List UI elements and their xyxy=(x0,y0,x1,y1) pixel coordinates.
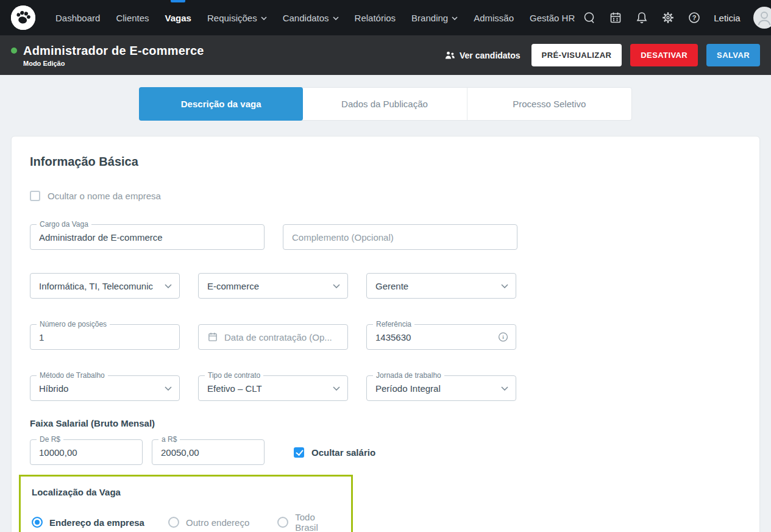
nav-item-dashboard[interactable]: Dashboard xyxy=(48,0,108,35)
svg-text:i: i xyxy=(502,334,504,340)
page-title: Administrador de E-commerce xyxy=(23,44,204,58)
radio-button[interactable] xyxy=(277,517,288,528)
tab-descricao-da-vaga[interactable]: Descrição da vaga xyxy=(139,87,303,121)
salario-de-field[interactable]: De R$ xyxy=(30,439,143,465)
area-select[interactable]: Informática, TI, Telecomunic xyxy=(30,273,180,299)
salario-ate-field[interactable]: a R$ xyxy=(152,439,265,465)
tab-dados-da-publicacao[interactable]: Dados da Publicação xyxy=(302,88,467,120)
radio-outro-endereco[interactable]: Outro endereço xyxy=(168,517,277,528)
localizacao-title: Localização da Vaga xyxy=(32,487,340,497)
radio-endereco-da-empresa[interactable]: Endereço da empresa xyxy=(32,517,168,528)
complemento-field[interactable] xyxy=(283,224,517,250)
referencia-field[interactable]: Referência i xyxy=(366,324,516,350)
calendar-icon xyxy=(207,332,218,342)
faixa-salarial-title: Faixa Salarial (Bruto Mensal) xyxy=(30,418,741,428)
chevron-down-icon xyxy=(501,284,508,288)
hide-company-checkbox-row[interactable]: Ocultar o nome da empresa xyxy=(30,191,741,201)
salario-ate-input[interactable] xyxy=(152,440,264,464)
edit-mode-label: Modo Edição xyxy=(23,60,204,67)
avatar[interactable] xyxy=(753,7,771,29)
nivel-select[interactable]: Gerente xyxy=(366,273,516,299)
tab-processo-seletivo[interactable]: Processo Seletivo xyxy=(467,88,631,120)
status-dot xyxy=(11,48,17,54)
complemento-input[interactable] xyxy=(283,225,517,249)
chevron-down-icon xyxy=(333,386,340,391)
job-title-bar: Administrador de E-commerce Modo Edição … xyxy=(0,35,771,75)
ocultar-salario-checkbox-row[interactable]: Ocultar salário xyxy=(294,439,375,465)
chevron-down-icon xyxy=(165,284,172,288)
tabs-row: Descrição da vaga Dados da Publicação Pr… xyxy=(0,87,771,121)
top-navbar: Dashboard Clientes Vagas Requisições Can… xyxy=(0,0,771,35)
metodo-trabalho-select[interactable]: Método de Trabalho Híbrido xyxy=(30,375,180,401)
tipo-contrato-select[interactable]: Tipo de contrato Efetivo – CLT xyxy=(198,375,348,401)
numero-posicoes-field[interactable]: Número de posições xyxy=(30,324,180,350)
svg-text:?: ? xyxy=(692,14,697,21)
radio-button[interactable] xyxy=(168,517,179,528)
section-title: Informação Básica xyxy=(30,155,741,169)
user-name: Leticia xyxy=(714,13,740,23)
cargo-da-vaga-label: Cargo da Vaga xyxy=(37,220,91,229)
chevron-down-icon xyxy=(165,386,172,391)
chevron-down-icon xyxy=(501,386,508,391)
save-button[interactable]: SALVAR xyxy=(706,44,760,66)
chevron-down-icon xyxy=(333,284,340,288)
chevron-down-icon xyxy=(333,16,339,20)
calendar-icon[interactable] xyxy=(609,11,622,24)
paw-logo[interactable] xyxy=(11,5,35,30)
cargo-da-vaga-field[interactable]: Cargo da Vaga xyxy=(30,224,265,250)
hide-company-checkbox[interactable] xyxy=(30,191,40,201)
chat-icon[interactable] xyxy=(583,11,596,24)
referencia-input[interactable] xyxy=(367,325,516,349)
title-actions: Ver candidatos PRÉ-VISUALIZAR DESATIVAR … xyxy=(445,44,760,66)
job-form-card: Informação Básica Ocultar o nome da empr… xyxy=(11,136,760,532)
data-contratacao-field[interactable]: Data de contratação (Op... xyxy=(198,324,348,350)
main-nav: Dashboard Clientes Vagas Requisições Can… xyxy=(48,0,583,35)
ocultar-salario-checkbox[interactable] xyxy=(294,447,304,458)
nav-item-relatorios[interactable]: Relatórios xyxy=(347,0,404,35)
nav-item-clientes[interactable]: Clientes xyxy=(108,0,157,35)
radio-todo-brasil[interactable]: Todo Brasil xyxy=(277,512,340,532)
nav-item-vagas[interactable]: Vagas xyxy=(157,0,199,35)
nav-item-admissao[interactable]: Admissão xyxy=(466,0,522,35)
info-icon[interactable]: i xyxy=(498,332,508,342)
chevron-down-icon xyxy=(261,16,267,20)
jornada-trabalho-select[interactable]: Jornada de trabalho Período Integral xyxy=(366,375,516,401)
nav-item-candidatos[interactable]: Candidatos xyxy=(275,0,347,35)
people-icon xyxy=(445,51,455,60)
ver-candidatos-button[interactable]: Ver candidatos xyxy=(445,51,521,60)
preview-button[interactable]: PRÉ-VISUALIZAR xyxy=(531,44,622,66)
gear-icon[interactable] xyxy=(661,11,675,24)
salario-de-input[interactable] xyxy=(30,440,142,464)
deactivate-button[interactable]: DESATIVAR xyxy=(630,44,698,66)
nav-right: ? Leticia PT xyxy=(583,7,771,29)
paw-icon xyxy=(11,5,35,30)
cargo-da-vaga-input[interactable] xyxy=(30,225,264,249)
nav-item-branding[interactable]: Branding xyxy=(403,0,466,35)
numero-posicoes-input[interactable] xyxy=(30,325,179,349)
chevron-down-icon xyxy=(452,16,458,20)
subarea-select[interactable]: E-commerce xyxy=(198,273,348,299)
nav-item-gestao-hr[interactable]: Gestão HR xyxy=(522,0,583,35)
help-icon[interactable]: ? xyxy=(688,11,701,24)
bell-icon[interactable] xyxy=(635,11,648,24)
localizacao-highlight-box: Localização da Vaga Endereço da empresa … xyxy=(19,475,353,532)
radio-button[interactable] xyxy=(32,517,43,528)
data-contratacao-placeholder: Data de contratação (Op... xyxy=(224,332,332,342)
nav-item-requisicoes[interactable]: Requisições xyxy=(199,0,275,35)
